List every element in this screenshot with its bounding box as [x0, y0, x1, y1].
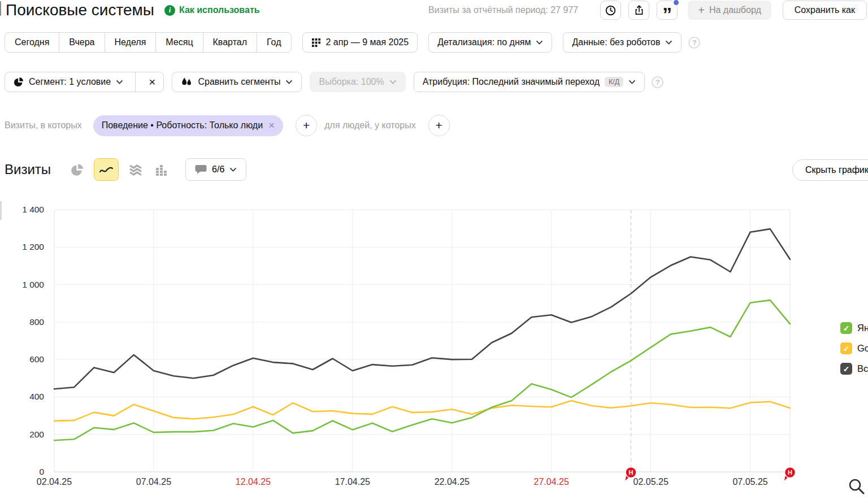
- svg-text:Н: Н: [629, 469, 633, 476]
- pie-chart-icon: [71, 163, 84, 176]
- add-visit-condition-button[interactable]: +: [296, 115, 317, 136]
- export-icon: [633, 5, 645, 16]
- svg-text:07.05.25: 07.05.25: [732, 477, 767, 487]
- chart-comments-button[interactable]: 6/6: [185, 158, 246, 181]
- legend-label: Google: [857, 343, 868, 354]
- legend-checkbox[interactable]: ✓: [840, 342, 852, 354]
- add-to-dashboard-button[interactable]: + На дашборд: [688, 1, 771, 20]
- chart-type-pie-button[interactable]: [68, 160, 86, 179]
- series-Яндекс: [54, 300, 790, 440]
- history-button[interactable]: [600, 1, 621, 20]
- detalization-dropdown[interactable]: Детализация: по дням: [428, 32, 552, 53]
- visits-filter-label: Визиты, в которых: [5, 120, 82, 131]
- chart-header: Визиты 6/6: [5, 158, 246, 181]
- yandex-metrica-search-engines-report: Поисковые системы i Как использовать Виз…: [0, 0, 868, 499]
- how-to-use-label: Как использовать: [179, 5, 260, 15]
- svg-text:Н: Н: [788, 469, 792, 476]
- people-filter-label: для людей, у которых: [324, 120, 415, 131]
- chart-grid: 02004006008001 0001 2001 400: [22, 205, 790, 476]
- clipped-left-edge-element: [0, 1, 1, 16]
- info-icon: i: [164, 5, 175, 16]
- chevron-down-icon: [229, 167, 237, 172]
- data-mode-dropdown[interactable]: Данные: без роботов: [563, 32, 682, 53]
- plus-icon: +: [698, 6, 705, 15]
- segment-dropdown[interactable]: Сегмент: 1 условие ×: [5, 72, 164, 92]
- svg-text:600: 600: [29, 354, 44, 364]
- hide-chart-button[interactable]: Скрыть график: [792, 159, 868, 181]
- stacked-areas-icon: [128, 163, 143, 176]
- legend-label: Всего: [857, 363, 868, 374]
- svg-text:800: 800: [29, 317, 44, 327]
- svg-text:17.04.25: 17.04.25: [335, 477, 370, 487]
- holiday-marker[interactable]: Н: [784, 467, 796, 481]
- svg-text:02.05.25: 02.05.25: [633, 477, 669, 487]
- report-header: Поисковые системы i Как использовать Виз…: [6, 0, 867, 20]
- chart-type-bars-button[interactable]: [153, 160, 171, 179]
- chevron-down-icon: [665, 40, 672, 45]
- svg-text:22.04.25: 22.04.25: [435, 477, 470, 487]
- svg-text:400: 400: [29, 392, 44, 401]
- preset-button-0[interactable]: Сегодня: [5, 33, 59, 52]
- add-people-condition-button[interactable]: +: [428, 115, 450, 136]
- date-range-button[interactable]: 2 апр — 9 мая 2025: [302, 32, 418, 53]
- segment-condition-chip[interactable]: Поведение • Роботность: Только люди ×: [93, 115, 284, 136]
- sampling-dropdown[interactable]: Выборка: 100%: [310, 72, 405, 92]
- series-Google: [54, 401, 790, 421]
- comments-icon: ”: [662, 4, 672, 16]
- comments-button[interactable]: ”: [657, 1, 678, 20]
- drops-compare-icon: [181, 77, 193, 88]
- help-icon[interactable]: ?: [688, 37, 700, 49]
- svg-text:200: 200: [29, 429, 44, 439]
- legend-item-Google[interactable]: ✓Google: [840, 342, 868, 354]
- preset-button-1[interactable]: Вчера: [59, 33, 104, 52]
- line-chart-icon: [99, 164, 114, 175]
- period-visits-summary: Визиты за отчётный период: 27 977: [428, 5, 578, 15]
- attribution-badge: К/Д: [605, 77, 623, 87]
- legend-item-Всего[interactable]: ✓Всего: [840, 363, 868, 375]
- svg-text:27.04.25: 27.04.25: [534, 477, 569, 487]
- x-axis-labels: 02.04.2507.04.2512.04.2517.04.2522.04.25…: [37, 477, 768, 487]
- preset-button-2[interactable]: Неделя: [105, 33, 156, 52]
- period-toolbar: СегодняВчераНеделяМесяцКварталГод 2 апр …: [5, 32, 700, 53]
- chevron-down-icon: [285, 80, 293, 84]
- svg-text:12.04.25: 12.04.25: [236, 477, 271, 487]
- export-button[interactable]: [628, 1, 649, 20]
- svg-text:0: 0: [39, 467, 44, 476]
- clock-icon: [605, 5, 617, 16]
- legend-checkbox[interactable]: ✓: [840, 322, 852, 334]
- filter-bar: Визиты, в которых Поведение • Роботность…: [5, 115, 450, 136]
- bar-chart-icon: [155, 163, 168, 176]
- pie-segment-icon: [14, 77, 24, 87]
- segment-toolbar: Сегмент: 1 условие × Сравнить сегменты В…: [5, 72, 663, 92]
- help-icon[interactable]: ?: [652, 76, 663, 88]
- how-to-use-link[interactable]: i Как использовать: [164, 5, 260, 16]
- attribution-dropdown[interactable]: Атрибуция: Последний значимый переход К/…: [414, 72, 645, 92]
- chevron-down-icon: [536, 40, 543, 45]
- chart-type-line-button[interactable]: [94, 158, 119, 181]
- zoom-search-icon[interactable]: [848, 478, 866, 498]
- compare-segments-dropdown[interactable]: Сравнить сегменты: [172, 72, 302, 92]
- svg-text:1 000: 1 000: [22, 280, 44, 289]
- legend-checkbox[interactable]: ✓: [840, 363, 852, 375]
- calendar-grid-icon: [311, 38, 321, 47]
- chart-title: Визиты: [5, 162, 51, 177]
- segment-clear-button[interactable]: ×: [141, 75, 163, 89]
- page-title: Поисковые системы: [6, 1, 154, 19]
- svg-text:02.04.25: 02.04.25: [37, 477, 72, 487]
- chevron-down-icon: [116, 80, 123, 84]
- chevron-down-icon: [389, 80, 397, 84]
- chart-type-stacked-area-button[interactable]: [127, 160, 145, 179]
- preset-button-3[interactable]: Месяц: [155, 33, 202, 52]
- svg-text:07.04.25: 07.04.25: [136, 477, 171, 487]
- period-presets: СегодняВчераНеделяМесяцКварталГод: [5, 32, 292, 53]
- series-Всего: [54, 229, 790, 389]
- save-as-button[interactable]: Сохранить как: [783, 1, 867, 20]
- svg-text:1 200: 1 200: [22, 242, 44, 251]
- svg-text:1 400: 1 400: [22, 205, 44, 214]
- preset-button-4[interactable]: Квартал: [203, 33, 257, 52]
- legend-item-Яндекс[interactable]: ✓Яндекс: [840, 322, 868, 334]
- chip-remove-icon[interactable]: ×: [268, 119, 275, 132]
- divider: [135, 72, 136, 92]
- preset-button-5[interactable]: Год: [257, 33, 290, 52]
- chevron-down-icon: [628, 80, 636, 84]
